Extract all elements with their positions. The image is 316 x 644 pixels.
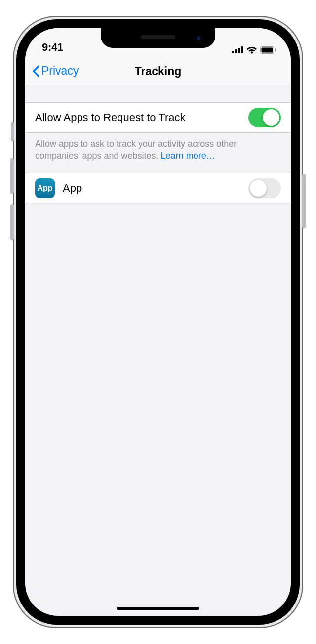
learn-more-link[interactable]: Learn more…	[161, 151, 215, 161]
svg-point-4	[251, 51, 253, 53]
battery-icon	[260, 46, 276, 54]
app-tracking-toggle[interactable]	[248, 178, 281, 198]
svg-rect-2	[238, 48, 240, 53]
mute-switch	[11, 122, 14, 141]
allow-tracking-footer: Allow apps to ask to track your activity…	[25, 133, 291, 162]
app-name-label: App	[63, 182, 248, 195]
svg-rect-1	[235, 49, 237, 53]
speaker-grille	[141, 35, 175, 39]
volume-down-button	[10, 204, 14, 240]
app-tracking-row: App App	[25, 173, 291, 203]
allow-tracking-label: Allow Apps to Request to Track	[35, 111, 248, 124]
allow-tracking-row: Allow Apps to Request to Track	[25, 102, 291, 133]
home-indicator[interactable]	[117, 607, 199, 610]
wifi-icon	[246, 46, 257, 54]
cellular-icon	[232, 46, 243, 53]
back-button[interactable]: Privacy	[32, 64, 79, 78]
status-time: 9:41	[42, 41, 63, 53]
svg-rect-0	[232, 51, 234, 53]
svg-rect-3	[241, 46, 243, 53]
allow-tracking-toggle[interactable]	[248, 108, 281, 127]
phone-frame: 9:41	[13, 16, 303, 628]
front-camera	[195, 34, 202, 42]
svg-rect-6	[262, 47, 273, 52]
chevron-left-icon	[32, 65, 40, 77]
app-icon: App	[35, 178, 55, 198]
power-button	[302, 174, 306, 228]
volume-up-button	[10, 158, 14, 194]
screen: 9:41	[25, 28, 291, 616]
page-title: Tracking	[135, 64, 182, 78]
svg-rect-7	[275, 48, 276, 51]
nav-bar: Privacy Tracking	[25, 57, 291, 85]
notch	[101, 28, 215, 48]
back-label: Privacy	[41, 64, 79, 78]
